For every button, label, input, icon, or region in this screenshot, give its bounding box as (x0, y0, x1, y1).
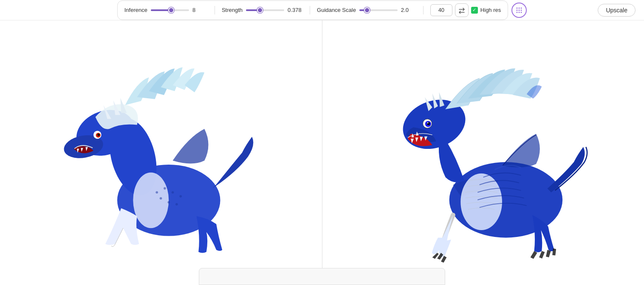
toolbar-controls: Inference 8 Strength 0.378 (117, 0, 508, 20)
inference-label: Inference (124, 7, 147, 13)
svg-point-5 (521, 9, 522, 11)
inference-slider-container (151, 9, 189, 11)
strength-thumb[interactable] (257, 7, 263, 13)
shuffle-icon (458, 7, 465, 14)
guidance-value: 2.0 (401, 7, 416, 13)
svg-point-16 (133, 173, 169, 228)
guidance-label: Guidance Scale (317, 7, 356, 13)
strength-value: 0.378 (288, 7, 303, 13)
svg-point-6 (517, 11, 518, 13)
toolbar: Inference 8 Strength 0.378 (0, 0, 644, 20)
svg-point-7 (519, 11, 520, 13)
svg-point-8 (521, 11, 522, 13)
svg-point-4 (519, 9, 520, 11)
inference-value: 8 (192, 7, 208, 13)
checkmark-icon: ✓ (472, 7, 476, 13)
panel-left (0, 20, 322, 285)
svg-point-23 (175, 203, 178, 205)
dragon-original (58, 34, 264, 272)
guidance-thumb[interactable] (364, 7, 370, 13)
panel-right (322, 20, 644, 285)
seed-input[interactable] (430, 4, 452, 16)
inference-thumb[interactable] (168, 7, 174, 13)
shuffle-button[interactable] (455, 3, 469, 17)
highres-group: ✓ High res (471, 7, 501, 14)
guidance-track (359, 9, 398, 11)
dragon-highres (370, 34, 596, 272)
inference-group: Inference 8 (124, 7, 208, 13)
bottom-bar (199, 268, 445, 285)
svg-point-0 (517, 7, 518, 9)
strength-group: Strength 0.378 (222, 7, 303, 13)
strength-slider-container (246, 9, 284, 11)
svg-point-30 (460, 174, 502, 230)
divider-1 (215, 6, 215, 14)
guidance-slider-container (359, 9, 398, 11)
svg-point-2 (521, 7, 522, 9)
svg-point-15 (97, 134, 100, 136)
divider-3 (423, 6, 424, 14)
svg-point-18 (164, 187, 166, 190)
guidance-group: Guidance Scale 2.0 (317, 7, 416, 13)
svg-point-21 (160, 197, 162, 200)
strength-track (246, 9, 284, 11)
highres-label: High res (480, 7, 501, 13)
svg-point-19 (172, 191, 174, 194)
grid-icon (515, 6, 523, 14)
strength-label: Strength (222, 7, 243, 13)
highres-checkbox[interactable]: ✓ (471, 7, 478, 14)
grid-params-button[interactable] (511, 3, 527, 18)
svg-point-1 (519, 7, 520, 9)
svg-point-17 (156, 191, 158, 194)
inference-track (151, 9, 189, 11)
divider-2 (310, 6, 310, 14)
svg-point-3 (517, 9, 518, 11)
upscale-button[interactable]: Upscale (598, 4, 636, 17)
main-content (0, 20, 644, 285)
svg-point-20 (180, 195, 182, 198)
svg-point-22 (168, 201, 170, 204)
svg-point-29 (427, 122, 429, 124)
